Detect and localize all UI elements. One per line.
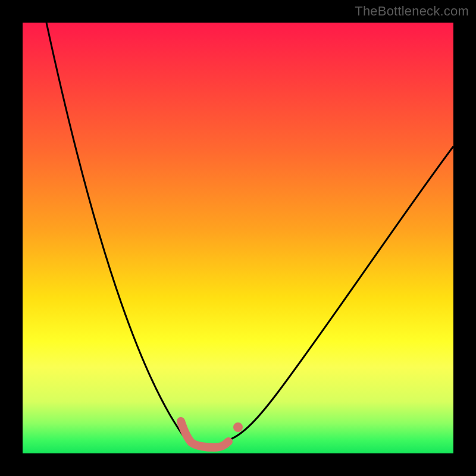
watermark-text: TheBottleneck.com <box>355 4 469 19</box>
valley-highlight <box>181 421 228 447</box>
chart-plot-area <box>23 23 453 453</box>
chart-svg <box>23 23 453 453</box>
curve-right-branch <box>227 146 453 440</box>
valley-dot <box>233 422 243 432</box>
curve-left-branch <box>46 23 187 440</box>
chart-frame: TheBottleneck.com <box>0 0 476 476</box>
